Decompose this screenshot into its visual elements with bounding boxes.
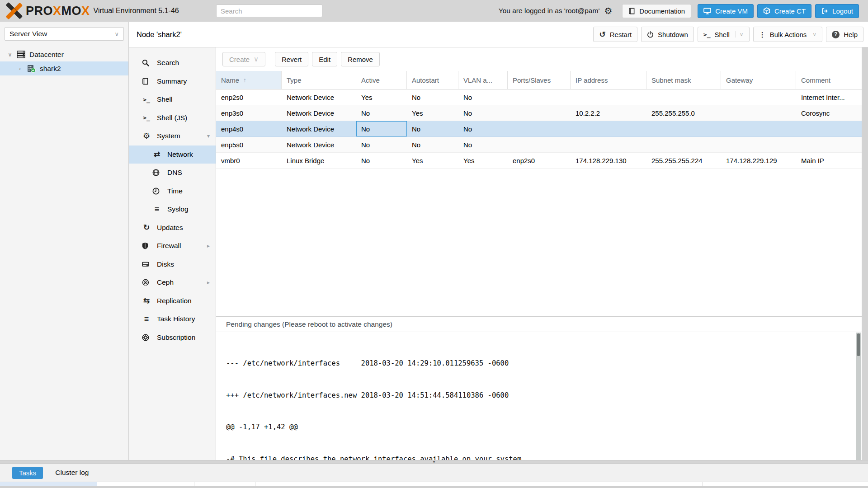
cell-ip [571, 137, 646, 152]
cell-type: Network Device [282, 121, 356, 136]
cell-ports: enp2s0 [508, 153, 571, 168]
column-header-name[interactable]: Name↑ [216, 71, 282, 89]
collapse-arrow-icon[interactable]: ▾ [207, 133, 210, 139]
menu-label: Syslog [167, 205, 189, 213]
remove-button[interactable]: Remove [341, 52, 380, 66]
menu-label: Time [167, 187, 183, 195]
book-icon [628, 8, 635, 14]
pending-scrollbar-track[interactable] [856, 333, 861, 460]
menu-item-disks[interactable]: Disks [129, 255, 216, 274]
column-header-ip[interactable]: IP address [571, 71, 646, 89]
revert-button[interactable]: Revert [275, 52, 308, 66]
cell-type: Network Device [282, 89, 356, 105]
menu-label: System [157, 132, 180, 140]
expander-open-icon[interactable]: ∨ [7, 51, 13, 58]
cell-comment: Corosync [796, 105, 862, 121]
cell-gateway [721, 137, 796, 152]
view-selector-value: Server View [9, 30, 47, 38]
menu-item-search[interactable]: Search [129, 54, 216, 72]
cell-subnet [646, 89, 721, 105]
tree-item-datacenter[interactable]: ∨ Datacenter [0, 47, 128, 61]
create-ct-button[interactable]: Create CT [757, 4, 811, 18]
column-header-subnet[interactable]: Subnet mask [646, 71, 721, 89]
cell-name: enp5s0 [216, 137, 282, 152]
column-header-active[interactable]: Active [356, 71, 407, 89]
restart-button[interactable]: ↺ Restart [593, 27, 637, 42]
menu-item-firewall[interactable]: Firewall ▸ [129, 237, 216, 255]
menu-item-shell[interactable]: >_ Shell [129, 90, 216, 109]
search-icon [142, 59, 149, 66]
menu-item-dns[interactable]: DNS [129, 164, 216, 182]
menu-item-replication[interactable]: ⇆ Replication [129, 292, 216, 310]
shell-button[interactable]: >_ Shell ∨ [698, 27, 750, 42]
menu-label: Search [157, 59, 179, 67]
search-input[interactable] [216, 5, 322, 17]
diff-line: @@ -1,17 +1,42 @@ [226, 422, 521, 433]
cell-vlan: Yes [458, 153, 508, 168]
menu-item-network[interactable]: ⇄ Network [129, 145, 216, 164]
splitter-collapse-icon[interactable]: ▾ [433, 461, 435, 463]
menu-item-summary[interactable]: Summary [129, 72, 216, 91]
expander-closed-icon[interactable]: › [17, 65, 23, 72]
shutdown-button[interactable]: Shutdown [641, 27, 694, 42]
bottom-panel-splitter[interactable]: ▾ [0, 460, 868, 464]
table-row-enp4s0[interactable]: enp4s0 Network Device No No No [216, 121, 862, 137]
tasks-column-partial [351, 482, 573, 486]
tree-item-shark2[interactable]: › shark2 [0, 61, 128, 75]
column-header-autostart[interactable]: Autostart [407, 71, 458, 89]
menu-label: Summary [157, 77, 187, 85]
menu-item-updates[interactable]: ↻ Updates [129, 219, 216, 237]
logout-button[interactable]: Logout [815, 4, 859, 18]
documentation-button[interactable]: Documentation [622, 4, 691, 18]
table-row-vmbr0[interactable]: vmbr0 Linux Bridge No Yes Yes enp2s0 174… [216, 153, 862, 169]
hdd-icon [142, 261, 149, 267]
column-header-gateway[interactable]: Gateway [721, 71, 796, 89]
view-selector-combo[interactable]: Server View ∨ [5, 27, 124, 41]
shell-dropdown-chevron-icon[interactable]: ∨ [735, 31, 744, 38]
tasks-column-partial [0, 482, 97, 486]
menu-label: Subscription [157, 333, 195, 342]
column-header-type[interactable]: Type [282, 71, 356, 89]
create-vm-button[interactable]: Create VM [698, 4, 754, 18]
diff-line: -# This file describes the network inter… [226, 454, 521, 460]
table-row-enp5s0[interactable]: enp5s0 Network Device No No No [216, 137, 862, 153]
menu-item-syslog[interactable]: ≡ Syslog [129, 200, 216, 219]
pending-scrollbar-thumb[interactable] [857, 333, 860, 356]
column-header-vlan[interactable]: VLAN a... [458, 71, 508, 89]
create-button[interactable]: Create ∨ [222, 52, 265, 66]
login-status: You are logged in as 'root@pam' [499, 7, 600, 15]
table-row-enp2s0[interactable]: enp2s0 Network Device Yes No No Internet… [216, 89, 862, 105]
network-icon: ⇄ [152, 150, 161, 158]
menu-item-task-history[interactable]: ≡ Task History [129, 310, 216, 328]
menu-item-ceph[interactable]: Ceph ▸ [129, 273, 216, 292]
menu-item-subscription[interactable]: Subscription [129, 328, 216, 347]
cell-comment [796, 137, 862, 152]
brand-text: PROXMOX [26, 4, 90, 18]
table-row-enp3s0[interactable]: enp3s0 Network Device No Yes No 10.2.2.2… [216, 105, 862, 121]
menu-label: Disks [157, 260, 174, 268]
menu-item-system[interactable]: ⚙ System ▾ [129, 127, 216, 145]
shield-icon [142, 242, 148, 249]
tab-cluster-log[interactable]: Cluster log [55, 469, 89, 477]
menu-item-shell-js[interactable]: >_ Shell (JS) [129, 109, 216, 127]
cell-ip [571, 121, 646, 136]
column-header-comment[interactable]: Comment [796, 71, 862, 89]
tab-tasks[interactable]: Tasks [12, 467, 43, 479]
resource-tree-sidebar: Server View ∨ ∨ Datacenter › shark2 [0, 22, 129, 460]
cell-ports [508, 89, 571, 105]
tasks-column-partial [255, 482, 351, 486]
menu-item-time[interactable]: Time [129, 182, 216, 201]
edit-button[interactable]: Edit [312, 52, 337, 66]
column-header-ports[interactable]: Ports/Slaves [508, 71, 571, 89]
server-rack-icon [17, 51, 25, 58]
cell-subnet: 255.255.255.0 [646, 105, 721, 121]
menu-label: Replication [157, 297, 192, 305]
terminal-icon: >_ [703, 32, 711, 38]
cell-autostart: Yes [407, 105, 458, 121]
help-button[interactable]: ? Help [826, 27, 863, 42]
terminal-icon: >_ [142, 97, 151, 103]
cell-ip: 174.128.229.130 [571, 153, 646, 168]
bulk-actions-button[interactable]: ⋮ Bulk Actions ∨ [753, 27, 823, 42]
network-grid-body: enp2s0 Network Device Yes No No Internet… [216, 89, 862, 169]
user-settings-gear-icon[interactable]: ⚙ [604, 6, 612, 15]
